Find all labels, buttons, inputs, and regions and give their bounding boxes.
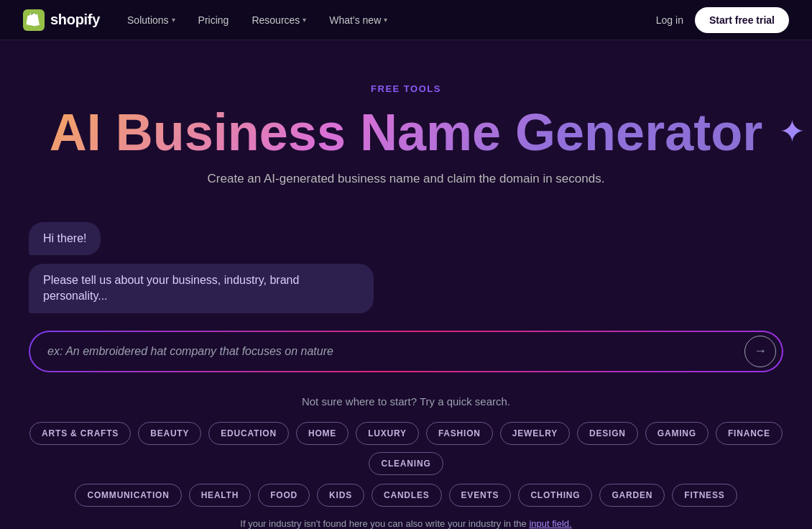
hero-title: AI Business Name Generator xyxy=(50,106,762,160)
nav-solutions[interactable]: Solutions ▾ xyxy=(117,9,185,32)
tag-jewelry[interactable]: JEWELRY xyxy=(500,422,570,445)
business-description-input[interactable] xyxy=(47,335,744,368)
quick-search-hint: Not sure where to start? Try a quick sea… xyxy=(29,395,783,408)
tag-health[interactable]: HEALTH xyxy=(189,484,252,507)
shopify-logo[interactable]: shopify xyxy=(23,9,100,31)
free-tools-label: FREE TOOLS xyxy=(14,83,798,94)
chevron-down-icon: ▾ xyxy=(172,16,175,24)
submit-button[interactable]: → xyxy=(744,336,776,367)
tag-gaming[interactable]: GAMING xyxy=(645,422,709,445)
nav-pricing[interactable]: Pricing xyxy=(188,9,239,32)
login-link[interactable]: Log in xyxy=(656,14,683,26)
tag-kids[interactable]: KIDS xyxy=(317,484,364,507)
chat-bubble-prompt: Please tell us about your business, indu… xyxy=(29,264,374,313)
tag-fitness[interactable]: FITNESS xyxy=(672,484,737,507)
nav-links: Solutions ▾ Pricing Resources ▾ What's n… xyxy=(117,9,656,32)
logo-text: shopify xyxy=(50,12,100,28)
tag-finance[interactable]: FINANCE xyxy=(716,422,783,445)
hero-section: FREE TOOLS AI Business Name Generator ✦ … xyxy=(0,40,812,186)
chevron-down-icon-new: ▾ xyxy=(384,16,387,24)
chat-bubble-greeting: Hi there! xyxy=(29,222,101,255)
tag-luxury[interactable]: LUXURY xyxy=(356,422,419,445)
tags-row-1: ARTS & CRAFTS BEAUTY EDUCATION HOME LUXU… xyxy=(29,422,783,475)
tag-education[interactable]: EDUCATION xyxy=(208,422,289,445)
tag-fashion[interactable]: FASHION xyxy=(426,422,493,445)
navbar: shopify Solutions ▾ Pricing Resources ▾ … xyxy=(0,0,812,40)
input-inner: → xyxy=(30,332,782,371)
chevron-down-icon-resources: ▾ xyxy=(303,16,306,24)
nav-resources[interactable]: Resources ▾ xyxy=(241,9,316,32)
tag-food[interactable]: FOOD xyxy=(258,484,310,507)
tag-candles[interactable]: CANDLES xyxy=(372,484,442,507)
sparkle-icon: ✦ xyxy=(779,113,806,150)
arrow-right-icon: → xyxy=(754,344,767,359)
shopify-bag-icon xyxy=(23,9,45,31)
chat-area: Hi there! Please tell us about your busi… xyxy=(0,222,402,313)
tag-communication[interactable]: COMMUNICATION xyxy=(75,484,181,507)
tag-clothing[interactable]: CLOTHING xyxy=(518,484,592,507)
tags-row-2: COMMUNICATION HEALTH FOOD KIDS CANDLES E… xyxy=(29,484,783,507)
quick-search-section: Not sure where to start? Try a quick sea… xyxy=(0,395,812,529)
tag-beauty[interactable]: BEAUTY xyxy=(138,422,201,445)
tag-design[interactable]: DESIGN xyxy=(577,422,638,445)
input-wrapper: → xyxy=(29,331,783,372)
input-field-note: If your industry isn't found here you ca… xyxy=(29,518,783,529)
hero-subtitle: Create an AI-generated business name and… xyxy=(14,172,798,186)
tag-cleaning[interactable]: CLEANING xyxy=(369,452,443,475)
nav-right: Log in Start free trial xyxy=(656,7,789,33)
tag-arts-crafts[interactable]: ARTS & CRAFTS xyxy=(29,422,131,445)
start-trial-button[interactable]: Start free trial xyxy=(695,7,789,33)
tag-events[interactable]: EVENTS xyxy=(449,484,512,507)
nav-whats-new[interactable]: What's new ▾ xyxy=(319,9,397,32)
tag-home[interactable]: HOME xyxy=(296,422,349,445)
tag-garden[interactable]: GARDEN xyxy=(599,484,665,507)
input-field-link[interactable]: input field. xyxy=(529,518,571,529)
